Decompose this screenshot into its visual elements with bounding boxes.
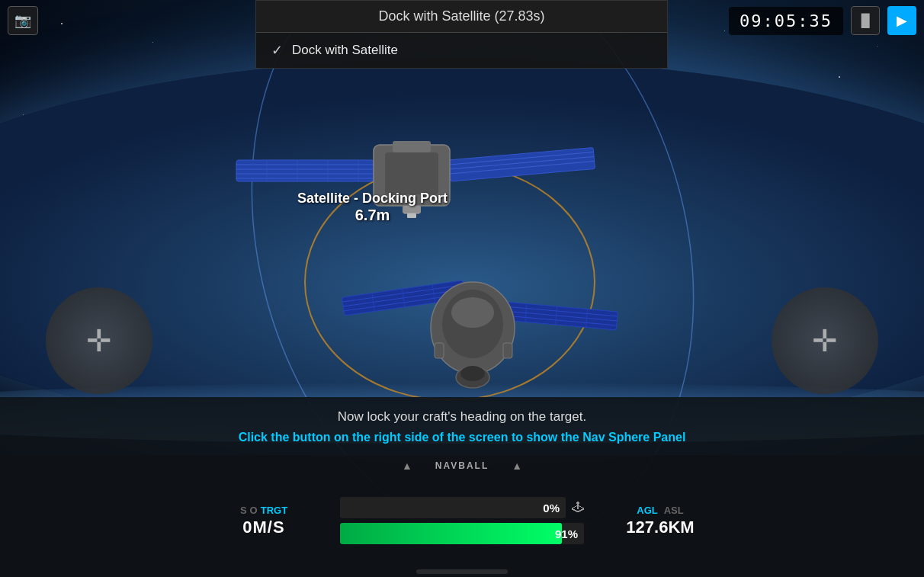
step-button[interactable]: ▐▌ (851, 6, 880, 35)
speed-panel: S O TRGT 0M/S (203, 505, 325, 537)
play-button[interactable]: ▶ (887, 6, 916, 35)
play-icon: ▶ (897, 12, 907, 29)
right-joystick[interactable]: ✛ (772, 287, 878, 394)
mission-panel[interactable]: Dock with Satellite (27.83s) ✓ Dock with… (255, 0, 668, 69)
throttle-track: 0% (340, 497, 566, 518)
speed-value: 0M/S (242, 518, 284, 537)
check-icon: ✓ (271, 42, 283, 59)
fuel-value: 91% (555, 527, 578, 540)
throttle-value: 0% (543, 502, 560, 514)
fuel-fill (340, 523, 562, 544)
alt-label-agl: AGL (637, 505, 657, 516)
alt-value: 127.6KM (626, 518, 694, 537)
navball-body: S O TRGT 0M/S 0% 🕹 (0, 475, 924, 566)
speedometer-icon: 🕹 (572, 501, 584, 514)
speed-label-o: O (250, 505, 258, 516)
alt-labels: AGL ASL (637, 505, 683, 516)
alt-panel: AGL ASL 127.6KM (599, 505, 721, 537)
navball-chevron-left[interactable]: ▲ (402, 460, 412, 472)
instruction-panel: Now lock your craft's heading on the tar… (0, 397, 924, 455)
navball-label: NAVBALL (435, 460, 489, 471)
scroll-indicator (416, 569, 508, 574)
top-right-controls: 09:05:35 ▐▌ ▶ (729, 6, 916, 35)
navball-section: ▲ NAVBALL ▲ S O TRGT 0M/S 0% (0, 455, 924, 577)
speed-label-s: S (240, 505, 247, 516)
fuel-track: 91% (340, 523, 584, 544)
mission-item[interactable]: ✓ Dock with Satellite (256, 33, 667, 68)
dpad-right-icon: ✛ (812, 325, 838, 356)
game-viewport: Satellite - Docking Port 6.7m 📷 Dock wit… (0, 0, 924, 577)
center-bars: 0% 🕹 91% (325, 497, 599, 544)
alt-label-asl: ASL (664, 505, 684, 516)
instruction-line1: Now lock your craft's heading on the tar… (15, 409, 909, 425)
time-display: 09:05:35 (729, 7, 843, 35)
dpad-left-icon: ✛ (86, 325, 112, 356)
instruction-line2: Click the button on the right side of th… (15, 431, 909, 444)
camera-icon: 📷 (14, 12, 31, 29)
navball-header: ▲ NAVBALL ▲ (0, 455, 924, 475)
mission-item-label: Dock with Satellite (292, 43, 398, 58)
speed-labels: S O TRGT (240, 505, 287, 516)
fuel-bar-container: 91% (340, 523, 584, 544)
step-icon: ▐▌ (857, 14, 874, 27)
mission-timer-bar: Dock with Satellite (27.83s) (256, 1, 667, 33)
navball-chevron-right[interactable]: ▲ (512, 460, 522, 472)
speed-label-trgt: TRGT (261, 505, 287, 516)
left-joystick[interactable]: ✛ (46, 287, 152, 394)
camera-button[interactable]: 📷 (8, 6, 38, 35)
throttle-bar-container: 0% 🕹 (340, 497, 584, 518)
